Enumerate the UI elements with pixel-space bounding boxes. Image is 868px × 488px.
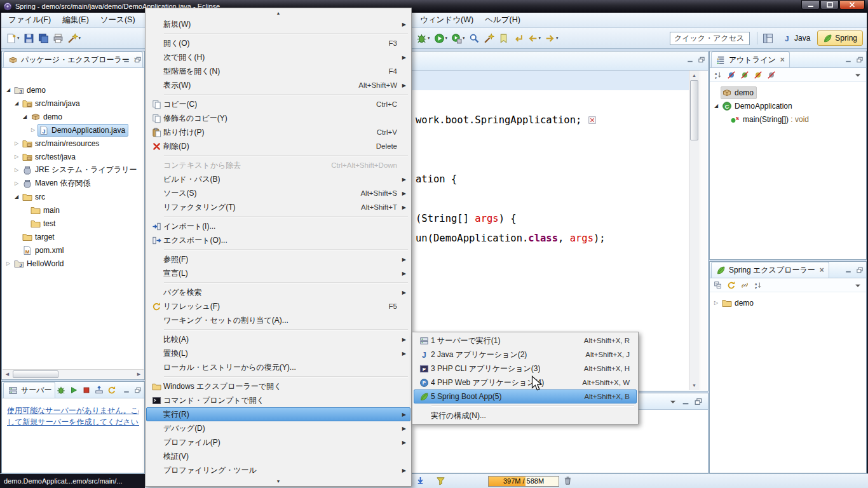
context-menu-item-i[interactable]: インポート(I)... (146, 219, 410, 233)
perspective-java-button[interactable]: JJava (776, 30, 816, 46)
context-menu-item-item-23[interactable]: バグを検索▶ (146, 285, 410, 299)
hide-static-icon[interactable] (739, 69, 750, 81)
context-menu-item-y[interactable]: 修飾名のコピー(Y) (146, 111, 410, 125)
save-icon[interactable] (22, 30, 36, 46)
outline-tab[interactable]: アウトライン (711, 51, 790, 67)
package-explorer-item-helloworld[interactable]: JHelloWorld (13, 257, 67, 270)
expanded-arrow-icon[interactable]: ◢ (20, 114, 29, 119)
outline-item-demoapplication[interactable]: CDemoApplication (721, 100, 796, 112)
dropdown-arrow-icon[interactable]: ▾ (556, 36, 559, 41)
spring-explorer-item-demo[interactable]: demo (721, 297, 757, 309)
context-menu-item-o[interactable]: 開く(O)F3 (146, 36, 410, 50)
package-explorer-item-demoapplication-java[interactable]: JDemoApplication.java (37, 124, 128, 137)
minimize-view-icon[interactable] (844, 266, 852, 274)
maximize-view-icon[interactable] (134, 386, 142, 394)
new-wizard-icon[interactable]: ▾ (65, 30, 83, 46)
context-menu-item-o[interactable]: エクスポート(O)... (146, 233, 410, 247)
expanded-arrow-icon[interactable]: ◢ (712, 103, 721, 109)
context-menu-item-item-37[interactable]: プロファイリング・ツール▶ (146, 463, 410, 477)
sort-icon[interactable]: az (712, 69, 724, 81)
stop-icon[interactable] (81, 384, 92, 396)
run-submenu-item-n[interactable]: 実行の構成(N)... (414, 409, 637, 423)
context-menu-item-b[interactable]: ビルド・パス(B)▶ (146, 172, 410, 186)
hide-nonpublic-icon[interactable] (752, 69, 764, 81)
package-explorer-item-demo[interactable]: Jdemo (13, 84, 49, 97)
new-file-icon[interactable]: ▾ (4, 30, 22, 46)
run-submenu-item-3-php-cli-3[interactable]: P3 PHP CLI アプリケーション(3)Alt+Shift+X, H (414, 362, 637, 376)
scrollbar-thumb[interactable] (690, 80, 698, 140)
create-server-link[interactable]: して新規サーバーを作成してください。 (7, 416, 139, 428)
collapsed-arrow-icon[interactable]: ▷ (12, 167, 21, 173)
expanded-arrow-icon[interactable]: ◢ (12, 194, 21, 200)
package-explorer-item-pom-xml[interactable]: Mpom.xml (21, 244, 67, 257)
refresh-icon[interactable] (726, 280, 737, 291)
minimize-editor-icon[interactable] (686, 56, 694, 64)
context-menu-item-r[interactable]: 実行(R)▶ (146, 407, 410, 421)
print-icon[interactable] (51, 30, 65, 46)
collapsed-arrow-icon[interactable]: ▷ (29, 127, 37, 133)
outline-item-demo[interactable]: demo (721, 86, 757, 99)
garbage-collect-icon[interactable] (563, 476, 573, 486)
package-explorer-item-src-test-java[interactable]: src/test/java (21, 151, 79, 163)
package-explorer-item-demo[interactable]: demo (29, 111, 65, 123)
mark-occurrences-icon[interactable] (496, 30, 511, 46)
scrollbar-thumb[interactable] (13, 370, 58, 378)
maximize-editor-icon[interactable] (698, 56, 705, 64)
close-window-button[interactable] (839, 0, 865, 10)
package-explorer-item-maven[interactable]: Maven 依存関係 (21, 177, 93, 190)
maximize-view-icon[interactable] (134, 56, 142, 64)
context-menu-item-v[interactable]: 検証(V) (146, 449, 410, 463)
context-menu-item-item-32[interactable]: コマンド・プロンプトで開く (146, 393, 410, 407)
open-perspective-button[interactable] (761, 30, 775, 46)
minimize-window-button[interactable] (801, 0, 820, 10)
start-icon[interactable] (68, 384, 79, 396)
run-submenu-item-1-1[interactable]: 1 サーバーで実行(1)Alt+Shift+X, R (414, 334, 637, 348)
package-explorer-item-main[interactable]: main (29, 204, 63, 217)
context-menu-item-w[interactable]: 新規(W)▶ (146, 17, 410, 31)
external-tools-icon[interactable]: ▾ (449, 30, 467, 46)
quick-access-input[interactable]: クイック・アクセス (670, 32, 750, 45)
perspective-spring-button[interactable]: Spring (817, 30, 863, 46)
expanded-arrow-icon[interactable]: ◢ (12, 100, 21, 106)
menubar-item-f[interactable]: ファイル(F) (3, 13, 57, 27)
save-all-icon[interactable] (36, 30, 51, 46)
collapsed-arrow-icon[interactable]: ▷ (712, 300, 721, 306)
collapsed-arrow-icon[interactable]: ▷ (12, 180, 21, 186)
debug-icon[interactable]: ▾ (414, 30, 432, 46)
menubar-item-w[interactable]: ウィンドウ(W) (414, 13, 479, 27)
forward-icon[interactable]: ▾ (543, 30, 560, 46)
package-explorer-item-jre[interactable]: JRE システム・ライブラリー (21, 163, 140, 177)
package-explorer-item-target[interactable]: target (21, 231, 58, 243)
package-explorer-tab[interactable]: パッケージ・エクスプローラー (3, 51, 143, 67)
hide-fields-icon[interactable] (726, 69, 737, 81)
context-menu-item-h[interactable]: 次で開く(H)▶ (146, 50, 410, 64)
maximize-window-button[interactable] (820, 0, 839, 10)
minimize-view-icon[interactable] (844, 56, 852, 64)
back-icon[interactable]: ▾ (526, 30, 543, 46)
dropdown-arrow-icon[interactable]: ▾ (539, 36, 541, 41)
package-explorer-item-src-main-java[interactable]: src/main/java (21, 97, 83, 110)
last-edit-icon[interactable] (511, 30, 526, 46)
run-submenu-item-4-php-web-4[interactable]: P4 PHP Web アプリケーション(4)Alt+Shift+X, W (414, 376, 637, 390)
minimize-view-icon[interactable] (123, 386, 130, 394)
dropdown-arrow-icon[interactable]: ▾ (428, 36, 430, 41)
context-menu-item-item-12[interactable]: コンテキストから除去Ctrl+Alt+Shift+Down (146, 158, 410, 172)
context-menu-item-a[interactable]: ワーキング・セットの割り当て(A)... (146, 313, 410, 327)
context-menu-item-l[interactable]: 宣言(L)▶ (146, 266, 410, 280)
menu-scroll-down-icon[interactable] (146, 477, 410, 485)
dropdown-arrow-icon[interactable]: ▾ (445, 36, 448, 41)
heap-status[interactable]: 397M / 588M (488, 476, 559, 487)
dropdown-arrow-icon[interactable]: ▾ (79, 36, 81, 41)
new-wizard-icon[interactable] (482, 30, 496, 46)
scroll-down-icon[interactable] (689, 381, 699, 390)
view-menu-icon[interactable] (852, 280, 864, 291)
collapsed-arrow-icon[interactable]: ▷ (12, 154, 21, 159)
refresh-icon[interactable] (106, 384, 118, 396)
close-view-icon[interactable] (779, 55, 785, 64)
collapsed-arrow-icon[interactable]: ▷ (4, 261, 13, 266)
outline-item-main-string-void[interactable]: Smain(String[]) : void (729, 113, 812, 126)
context-menu-item-y[interactable]: ローカル・ヒストリーからの復元(Y)... (146, 360, 410, 374)
collapse-all-icon[interactable] (712, 280, 724, 291)
context-menu-item-p[interactable]: 貼り付け(P)Ctrl+V (146, 125, 410, 139)
hide-local-icon[interactable] (766, 69, 777, 81)
